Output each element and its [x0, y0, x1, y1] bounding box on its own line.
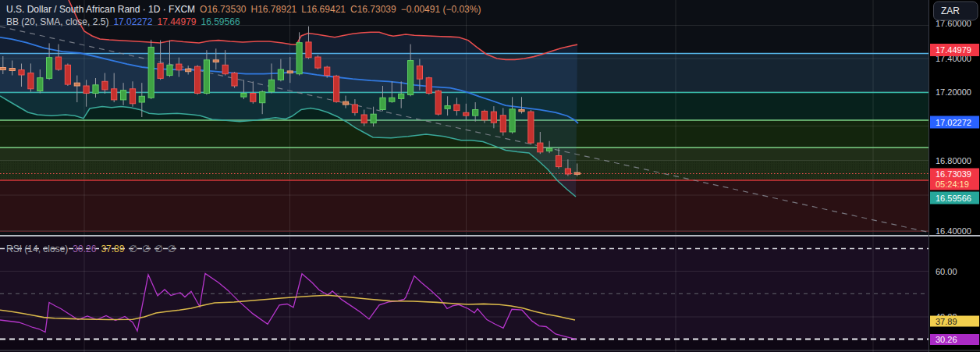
svg-text:16.59566: 16.59566 — [936, 194, 971, 203]
svg-text:16.73039: 16.73039 — [936, 169, 971, 179]
svg-text:17.20000: 17.20000 — [936, 87, 971, 97]
svg-text:30.26: 30.26 — [936, 335, 957, 344]
svg-text:17.44979: 17.44979 — [936, 45, 971, 55]
svg-text:37.89: 37.89 — [936, 317, 957, 326]
svg-text:ZAR: ZAR — [941, 5, 960, 16]
svg-text:16.80000: 16.80000 — [936, 156, 971, 165]
svg-text:17.02272: 17.02272 — [936, 118, 971, 127]
svg-text:16.40000: 16.40000 — [936, 226, 971, 236]
svg-text:60.00: 60.00 — [936, 267, 957, 276]
svg-text:05:24:19: 05:24:19 — [936, 180, 969, 189]
